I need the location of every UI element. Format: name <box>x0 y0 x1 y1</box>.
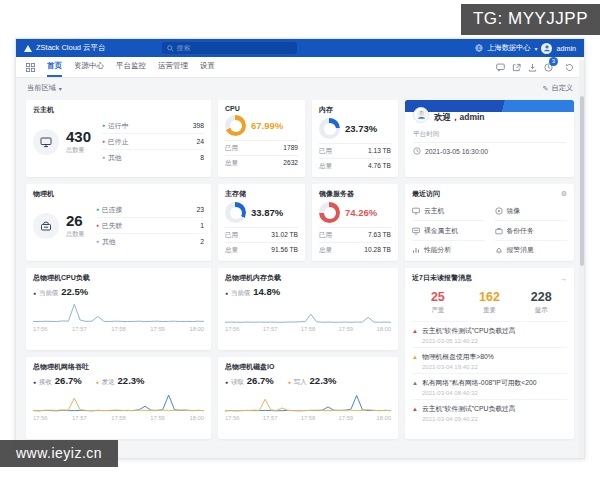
legend-dot: ● <box>225 291 228 296</box>
alert-time: 2021-03-04 09:40:22 <box>422 416 567 422</box>
alerts-card: 近7日未读报警消息 → 25 严重 162 重要 228 提示 <box>405 268 574 439</box>
recent-item-image[interactable]: 镜像 <box>495 202 568 221</box>
tab-operations[interactable]: 运营管理 <box>158 57 188 77</box>
memory-load-chart-card: 总物理机内存负载 ● 当前值 14.8% 17:5617:5717:5817:5… <box>218 268 398 350</box>
network-chart-title: 总物理机网络吞吐 <box>33 362 89 372</box>
chevron-down-icon: ▾ <box>534 45 537 52</box>
scrollbar-thumb[interactable] <box>580 96 584 266</box>
region-selector[interactable]: 当前区域 <box>27 83 56 93</box>
vm-stat-other[interactable]: ● 其他 8 <box>102 150 204 165</box>
legend-dot: ● <box>33 291 36 296</box>
vm-stat-stopped[interactable]: ● 已停止 24 <box>102 134 204 150</box>
scrollbar-track[interactable] <box>579 60 584 458</box>
welcome-card: 欢迎，admin 平台时间 2021-03-05 16:30:00 <box>405 100 574 177</box>
user-avatar[interactable] <box>541 43 552 54</box>
gear-icon[interactable]: ⚙ <box>561 190 567 198</box>
legend-send: ● 发送 22.3% <box>96 375 145 387</box>
legend-read: ● 读取 26.7% <box>225 375 274 387</box>
clock-icon <box>413 147 421 155</box>
warning-triangle-icon: ▲ <box>412 380 418 386</box>
vm-total-block: 430 总数量 <box>66 129 91 155</box>
message-icon[interactable] <box>496 63 505 72</box>
page: ZStack Cloud 云平台 搜索 上海数据中心 ▾ admin <box>0 0 600 480</box>
username-label[interactable]: admin <box>556 44 576 53</box>
host-stat-other[interactable]: ● 其他 2 <box>96 234 204 249</box>
alert-item[interactable]: ▲物理机根盘使用率>80% 2021-03-04 19:40:22 <box>412 347 567 373</box>
memory-percent: 23.73% <box>345 123 377 134</box>
recent-item-alarm[interactable]: 报警消息 <box>495 241 568 259</box>
network-chart-card: 总物理机网络吞吐 ● 接收 26.7% ● 发送 22.3% 17:5617 <box>26 357 211 439</box>
alerts-title: 近7日未读报警消息 <box>412 273 472 283</box>
primary-storage-title: 主存储 <box>225 189 246 199</box>
alerts-major[interactable]: 162 重要 <box>464 290 516 315</box>
cpu-load-chart-title: 总物理机CPU负载 <box>33 273 90 283</box>
legend-receive: ● 接收 26.7% <box>33 375 82 387</box>
vm-total: 430 <box>66 129 91 146</box>
dashboard-grid: 云主机 430 总数量 ● 运行中 398 <box>16 98 584 449</box>
tasks-progress-icon[interactable]: 3 <box>544 63 558 72</box>
primary-storage-card: 主存储 33.87% 已用31.02 TB 总量91.56 TB <box>218 184 305 261</box>
recent-item-baremetal[interactable]: 裸金属主机 <box>412 221 485 240</box>
apps-grid-icon[interactable] <box>26 63 35 72</box>
vm-total-label: 总数量 <box>66 146 91 155</box>
x-axis-ticks: 17:5617:5717:5817:5918:00 <box>33 326 204 332</box>
customize-button[interactable]: ✎ 自定义 <box>542 83 573 93</box>
memory-donut-gauge <box>319 118 340 139</box>
briefcase-icon <box>495 227 503 235</box>
legend-dot: ● <box>225 380 228 385</box>
tab-settings[interactable]: 设置 <box>200 57 215 77</box>
alert-time: 2021-03-04 19:40:22 <box>422 364 567 370</box>
disk-io-chart-card: 总物理机磁盘IO ● 读取 26.7% ● 写入 22.3% 17:5617 <box>218 357 398 439</box>
vm-stat-running[interactable]: ● 运行中 398 <box>102 118 204 134</box>
alerts-info[interactable]: 228 提示 <box>515 290 567 315</box>
warning-triangle-icon: ▲ <box>412 354 418 360</box>
tab-platform-monitor[interactable]: 平台监控 <box>116 57 146 77</box>
chevron-down-icon: ▾ <box>59 85 62 92</box>
primary-storage-percent: 33.87% <box>251 207 283 218</box>
disk-io-sparkline <box>225 389 391 414</box>
watermark-bottom: www.ieyiz.cn <box>0 440 118 467</box>
storage-used-row: 已用31.02 TB <box>225 227 298 242</box>
tab-resource-center[interactable]: 资源中心 <box>74 57 104 77</box>
legend-dot: ● <box>288 380 291 385</box>
import-icon[interactable] <box>528 63 537 72</box>
recent-item-backup[interactable]: 备份任务 <box>495 221 568 240</box>
host-card-title: 物理机 <box>33 189 54 199</box>
platform-time-label: 平台时间 <box>405 124 574 142</box>
image-server-donut-gauge <box>319 202 340 223</box>
recent-item-performance[interactable]: 性能分析 <box>412 241 485 259</box>
memory-card-title: 内存 <box>319 105 333 115</box>
globe-icon <box>475 44 483 52</box>
watermark-top: TG: MYYJJPP <box>461 4 600 35</box>
monitor-icon <box>412 207 420 215</box>
alert-item[interactable]: ▲云主机“软件测试”CPU负载过高 2021-03-05 12:40:22 <box>412 321 567 347</box>
tab-home[interactable]: 首页 <box>47 57 62 77</box>
host-stat-disconnected[interactable]: ● 已失联 1 <box>96 218 204 234</box>
datacenter-selector[interactable]: 上海数据中心 <box>487 43 530 53</box>
baremetal-icon <box>412 227 420 235</box>
alert-item[interactable]: ▲云主机“软件测试”CPU负载过高 2021-03-04 09:40:22 <box>412 399 567 425</box>
export-icon[interactable] <box>512 63 521 72</box>
host-total: 26 <box>66 213 85 230</box>
memory-load-chart-title: 总物理机内存负载 <box>225 273 281 283</box>
cpu-total-row: 总量2632 <box>225 155 298 170</box>
vm-stats: ● 运行中 398 ● 已停止 24 ● 其他 8 <box>102 118 204 166</box>
image-server-percent: 74.26% <box>345 207 377 218</box>
main-nav: 首页 资源中心 平台监控 运营管理 设置 3 <box>16 57 584 78</box>
legend-current: ● 当前值 14.8% <box>225 286 280 298</box>
cpu-card-title: CPU <box>225 105 240 112</box>
search-placeholder: 搜索 <box>177 43 191 53</box>
status-dot: ● <box>96 207 99 212</box>
status-dot: ● <box>102 155 105 160</box>
history-icon[interactable] <box>565 63 574 72</box>
pencil-icon: ✎ <box>542 84 548 93</box>
arrow-right-icon[interactable]: → <box>560 275 567 282</box>
zstack-dashboard-window: ZStack Cloud 云平台 搜索 上海数据中心 ▾ admin <box>15 38 585 459</box>
recent-item-vm[interactable]: 云主机 <box>412 202 485 221</box>
x-axis-ticks: 17:5617:5717:5817:5918:00 <box>225 326 391 332</box>
alerts-critical[interactable]: 25 严重 <box>412 290 464 315</box>
task-count-badge[interactable]: 3 <box>549 57 558 66</box>
host-stat-connected[interactable]: ● 已连接 23 <box>96 202 204 218</box>
search-input[interactable]: 搜索 <box>162 42 297 54</box>
alert-item[interactable]: ▲私有网络“私有网络-008”IP可用数<200 2021-03-04 08:4… <box>412 373 567 399</box>
